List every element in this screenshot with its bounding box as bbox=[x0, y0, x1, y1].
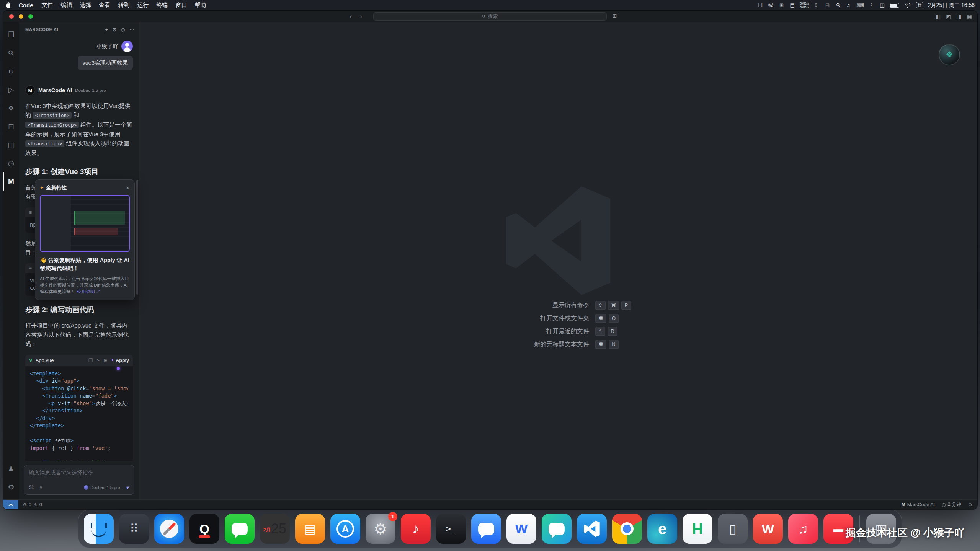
dock-icon-books[interactable]: ▤ bbox=[295, 514, 325, 544]
display-icon[interactable]: ⊟ bbox=[825, 2, 831, 8]
run-debug-icon[interactable]: ▷ bbox=[3, 80, 19, 99]
wifi-icon[interactable] bbox=[904, 2, 911, 8]
dock-icon-wps-red[interactable]: W bbox=[753, 514, 783, 544]
nav-back-icon[interactable]: ‹ bbox=[350, 12, 352, 21]
close-window-button[interactable] bbox=[9, 14, 14, 19]
more-icon[interactable]: ⋯ bbox=[129, 27, 134, 33]
net-speed-indicator[interactable]: 0KB/s 0KB/s bbox=[800, 2, 809, 9]
insert-icon[interactable]: ⇲ bbox=[96, 357, 100, 363]
dock-icon-qq[interactable]: Q bbox=[189, 514, 219, 544]
popup-close-icon[interactable]: ✕ bbox=[126, 185, 130, 191]
stats-icon[interactable]: ▤ bbox=[789, 2, 795, 8]
minimize-window-button[interactable] bbox=[19, 14, 23, 19]
problems-indicator[interactable]: ⊘ 0 ⚠ 0 bbox=[23, 502, 42, 507]
code-line: <Transition name="fade"> bbox=[30, 392, 128, 400]
dock-icon-terminal[interactable]: >_ bbox=[436, 514, 466, 544]
dock-icon-wps-office[interactable]: W bbox=[506, 514, 536, 544]
meeting-app-icon[interactable]: Ⓦ bbox=[768, 2, 774, 9]
user-avatar[interactable] bbox=[121, 41, 133, 52]
key-cap: ⌘ bbox=[595, 340, 606, 349]
customize-layout-icon[interactable]: ▦ bbox=[967, 13, 972, 20]
moon-icon-glyph: ☾ bbox=[815, 2, 819, 8]
dock-icon-safari[interactable] bbox=[154, 514, 184, 544]
marscode-icon[interactable]: M bbox=[3, 172, 19, 191]
send-button[interactable]: ➤ bbox=[124, 483, 132, 492]
dock-icon-app-store[interactable]: A bbox=[330, 514, 360, 544]
dock-icon-chrome[interactable] bbox=[612, 514, 642, 544]
menubar-clock[interactable]: 2月25日 周二 16:56 bbox=[928, 2, 975, 9]
remote-indicator[interactable]: >< bbox=[3, 500, 18, 509]
menubar-item-8[interactable]: 帮助 bbox=[191, 2, 210, 9]
menubar-item-4[interactable]: 转到 bbox=[114, 2, 134, 9]
menubar-item-7[interactable]: 窗口 bbox=[172, 2, 191, 9]
menubar-item-1[interactable]: 编辑 bbox=[57, 2, 76, 9]
history-icon[interactable]: ◷ bbox=[121, 27, 125, 33]
usage-doc-link[interactable]: 使用说明 ↗ bbox=[77, 289, 100, 294]
menubar-item-6[interactable]: 终端 bbox=[153, 2, 172, 9]
dock-icon-vscode[interactable] bbox=[577, 514, 607, 544]
search-layout-icon[interactable]: ⊞ bbox=[612, 13, 617, 19]
dock-icon-finder[interactable] bbox=[84, 514, 114, 544]
qq-glyph: Q bbox=[199, 522, 209, 535]
menubar-app-name[interactable]: Code bbox=[15, 2, 37, 8]
control-center-icon[interactable]: ◫ bbox=[879, 2, 885, 8]
dock-icon-iphone-mirroring[interactable]: ▯ bbox=[718, 514, 748, 544]
user-name: 小猴子吖 bbox=[96, 43, 118, 50]
remote-explorer-icon[interactable]: ⊡ bbox=[3, 117, 19, 135]
dock-icon-hbuilder[interactable]: H bbox=[683, 514, 712, 544]
moon-icon[interactable]: ☾ bbox=[814, 2, 820, 8]
apply-button[interactable]: ✦ Apply bbox=[111, 358, 129, 363]
menubar-item-2[interactable]: 选择 bbox=[76, 2, 95, 9]
nav-forward-icon[interactable]: › bbox=[359, 12, 362, 21]
search-icon[interactable]: ⚲ bbox=[835, 2, 841, 8]
timeline-icon[interactable]: ◷ bbox=[3, 154, 19, 172]
new-chat-icon[interactable]: + bbox=[105, 27, 108, 33]
source-control-icon[interactable]: ψ bbox=[3, 62, 19, 80]
panel-settings-icon[interactable]: ⚙ bbox=[112, 27, 117, 33]
manage-gear-icon[interactable]: ⚙ bbox=[3, 478, 19, 496]
menubar-item-0[interactable]: 文件 bbox=[38, 2, 57, 9]
dock-icon-netease-music[interactable]: ♪ bbox=[401, 514, 431, 544]
context-icon[interactable]: # bbox=[39, 484, 42, 491]
dock-icon-wechat[interactable] bbox=[225, 514, 255, 544]
bluetooth-icon[interactable]: ᛒ bbox=[868, 2, 874, 8]
dock-icon-chat-app-blue[interactable] bbox=[471, 514, 501, 544]
dock-icon-launchpad[interactable]: ⠿ bbox=[119, 514, 149, 544]
floating-assistant-avatar[interactable]: ❖ bbox=[939, 44, 960, 65]
menubar-item-3[interactable]: 查看 bbox=[95, 2, 114, 9]
toggle-primary-sidebar-icon[interactable]: ◧ bbox=[936, 13, 941, 20]
capture-icon[interactable]: ❒ bbox=[757, 2, 763, 8]
explorer-icon[interactable]: ❐ bbox=[3, 25, 19, 44]
toggle-secondary-sidebar-icon[interactable]: ◨ bbox=[957, 13, 962, 20]
extensions-icon[interactable]: ❖ bbox=[3, 99, 19, 117]
keyboard-icon[interactable]: ⌨ bbox=[857, 2, 864, 8]
containers-icon[interactable]: ◫ bbox=[3, 135, 19, 154]
command-center-search[interactable]: ⚲ 搜索 bbox=[373, 12, 607, 21]
chat-input[interactable] bbox=[24, 465, 134, 476]
search-icon[interactable]: ⚲ bbox=[3, 44, 19, 62]
copy-icon[interactable]: ❐ bbox=[88, 357, 93, 363]
notifications-bell[interactable]: ⊙ bbox=[968, 502, 972, 507]
sync-time-status[interactable]: ◷ 2 分钟 bbox=[942, 501, 961, 508]
commands-icon[interactable]: ⌘ bbox=[29, 484, 34, 491]
model-selector[interactable]: Doubao-1.5-pro bbox=[84, 485, 120, 490]
battery-icon[interactable] bbox=[890, 3, 899, 8]
dock-icon-apple-music[interactable]: ♫ bbox=[788, 514, 818, 544]
zoom-window-button[interactable] bbox=[28, 14, 33, 19]
new-file-icon[interactable]: ⊞ bbox=[104, 357, 108, 363]
code-block-body[interactable]: <template> <div id="app"> <button @click… bbox=[25, 366, 133, 461]
toggle-panel-icon[interactable]: ◩ bbox=[946, 13, 951, 20]
dock-icon-edge[interactable]: e bbox=[647, 514, 677, 544]
dock-icon-calendar[interactable]: 2月25 bbox=[260, 514, 290, 544]
panel-scrollbar[interactable] bbox=[136, 180, 138, 295]
code-block-appvue: V App.vue ❐⇲⊞ ✦ Apply <template> <div id… bbox=[25, 355, 133, 461]
marscode-status[interactable]: M MarsCode AI bbox=[902, 502, 935, 507]
screenshot-grid-icon[interactable]: ⊞ bbox=[779, 2, 785, 8]
account-icon[interactable]: ♟ bbox=[3, 460, 19, 478]
input-method-icon[interactable]: 拼 bbox=[916, 2, 923, 8]
apple-menu-icon[interactable] bbox=[5, 2, 11, 8]
volume-icon[interactable]: ♬ bbox=[846, 2, 852, 8]
dock-icon-chat-app-green[interactable] bbox=[542, 514, 572, 544]
dock-icon-system-settings[interactable]: ⚙1 bbox=[366, 514, 395, 544]
menubar-item-5[interactable]: 运行 bbox=[134, 2, 153, 9]
